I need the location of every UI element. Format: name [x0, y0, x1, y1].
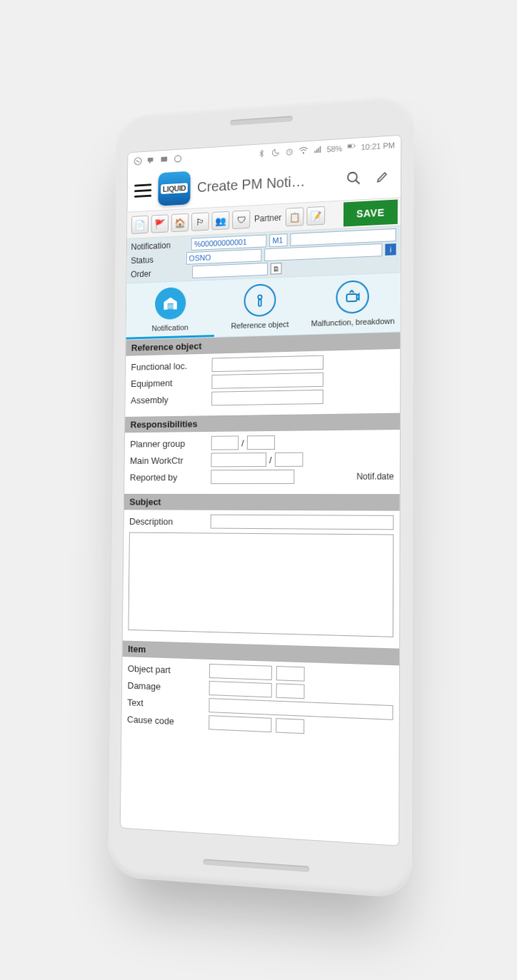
svg-rect-12: [354, 145, 355, 146]
page-title: Create PM Noti…: [197, 171, 336, 195]
order-link-icon[interactable]: 🗎: [271, 263, 282, 274]
cause-code-input-2[interactable]: [276, 718, 304, 734]
svg-point-0: [134, 157, 141, 165]
list-icon: 📋: [289, 211, 301, 223]
dnd-icon: [271, 147, 281, 158]
object-part-input-2[interactable]: [276, 665, 305, 681]
toolbar-btn-5[interactable]: 👥: [211, 211, 229, 230]
toolbar-btn-6[interactable]: 🛡: [232, 210, 250, 229]
tab-notification[interactable]: Notification: [126, 280, 214, 339]
planner-group-input-2[interactable]: [246, 435, 274, 449]
bluetooth-icon: [256, 148, 266, 158]
svg-line-14: [356, 180, 360, 184]
object-part-label: Object part: [128, 662, 209, 676]
func-loc-label: Functional loc.: [131, 359, 211, 371]
phone-frame: 58% 10:21 PM LIQUID Create PM Noti…: [108, 91, 414, 899]
assembly-input[interactable]: [211, 389, 323, 405]
toolbar-btn-4[interactable]: 🏳: [191, 212, 209, 231]
tab-malfunction-label: Malfunction, breakdown: [311, 316, 395, 328]
wifi-icon: [298, 146, 308, 156]
alarm-icon: [284, 146, 294, 157]
description-label: Description: [129, 515, 211, 526]
main-workctr-input-1[interactable]: [211, 453, 266, 467]
svg-rect-9: [320, 146, 321, 152]
search-button[interactable]: [343, 166, 364, 189]
svg-rect-21: [347, 293, 357, 301]
tab-reference-object[interactable]: Reference object: [214, 276, 306, 336]
tab-notification-label: Notification: [151, 323, 188, 332]
info-icon[interactable]: i: [386, 243, 396, 256]
svg-rect-1: [148, 157, 154, 161]
cause-code-label: Cause code: [127, 713, 209, 727]
description-textarea[interactable]: [128, 532, 393, 637]
toolbar-btn-2[interactable]: 🚩: [151, 214, 169, 233]
toolbar-btn-7[interactable]: 📋: [286, 207, 304, 226]
tab-bar: Notification Reference object Malfunctio…: [126, 272, 400, 340]
edit-button[interactable]: [371, 165, 393, 188]
object-part-input-1[interactable]: [209, 663, 272, 680]
document-icon: 📄: [134, 219, 145, 230]
chat-icon: [146, 155, 156, 165]
toolbar-btn-8[interactable]: 📝: [307, 206, 326, 225]
equipment-input[interactable]: [211, 372, 323, 388]
svg-rect-2: [161, 156, 167, 161]
svg-rect-7: [316, 149, 318, 153]
shield-icon: 🛡: [236, 214, 246, 225]
damage-input-1[interactable]: [209, 680, 272, 697]
damage-input-2[interactable]: [276, 683, 305, 699]
breakdown-icon: [336, 280, 370, 314]
partner-label: Partner: [254, 212, 281, 223]
battery-icon: [346, 142, 356, 153]
warehouse-icon: [154, 286, 186, 319]
svg-point-5: [303, 152, 303, 153]
tab-reference-label: Reference object: [231, 320, 288, 330]
reported-by-input[interactable]: [211, 469, 294, 483]
image-icon: [160, 154, 169, 164]
notification-type-input[interactable]: [270, 233, 288, 247]
reported-by-label: Reported by: [130, 471, 211, 482]
svg-rect-6: [314, 151, 315, 153]
screen: 58% 10:21 PM LIQUID Create PM Noti…: [121, 135, 401, 845]
clock-text: 10:21 PM: [361, 141, 395, 151]
message-icon: [173, 153, 182, 163]
tab-malfunction[interactable]: Malfunction, breakdown: [306, 273, 401, 334]
main-workctr-input-2[interactable]: [274, 452, 303, 466]
toolbar-btn-1[interactable]: 📄: [131, 215, 149, 233]
app-logo-text: LIQUID: [161, 183, 188, 194]
order-label: Order: [131, 267, 192, 279]
description-input[interactable]: [211, 514, 394, 530]
assembly-label: Assembly: [131, 393, 211, 405]
slash-2: /: [266, 454, 275, 465]
flag-icon: 🚩: [154, 218, 165, 228]
equipment-label: Equipment: [131, 376, 211, 388]
order-input[interactable]: [192, 262, 268, 278]
flag2-icon: 🏳: [196, 216, 204, 227]
planner-group-input-1[interactable]: [211, 435, 239, 450]
svg-point-3: [175, 155, 181, 162]
cause-code-input-1[interactable]: [209, 715, 271, 732]
menu-button[interactable]: [134, 181, 151, 199]
svg-rect-20: [258, 299, 261, 305]
info-circle-icon: [244, 283, 276, 317]
svg-rect-11: [348, 144, 351, 147]
damage-label: Damage: [127, 680, 209, 693]
form-sections: Reference object Functional loc. Equipme…: [121, 332, 401, 845]
save-button[interactable]: SAVE: [343, 199, 398, 226]
status-label: Status: [131, 253, 186, 266]
toolbar-btn-3[interactable]: 🏠: [171, 213, 189, 231]
app-logo: LIQUID: [158, 171, 191, 206]
notif-date-label: Notif.date: [356, 471, 393, 481]
planner-group-label: Planner group: [130, 438, 211, 449]
signal-icon: [313, 144, 323, 155]
section-responsibilities-header: Responsibilities: [125, 413, 400, 433]
section-subject-header: Subject: [124, 493, 400, 510]
text-label: Text: [127, 697, 209, 711]
status-input[interactable]: [186, 248, 262, 264]
house-icon: 🏠: [174, 217, 185, 228]
func-loc-input[interactable]: [212, 355, 324, 372]
main-workctr-label: Main WorkCtr: [130, 455, 211, 465]
battery-percent: 58%: [326, 143, 342, 153]
people-icon: 👥: [215, 215, 226, 226]
whatsapp-icon: [134, 156, 143, 166]
svg-point-13: [348, 172, 357, 182]
